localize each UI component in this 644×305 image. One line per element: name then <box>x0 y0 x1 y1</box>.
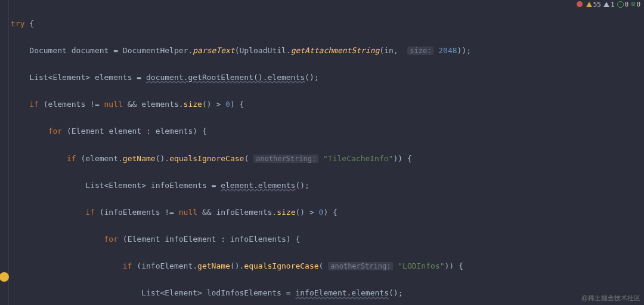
person-icon: ☺ <box>631 1 635 8</box>
code-editor[interactable]: 55 1 0 ☺ 0 try { Document document = Doc… <box>0 0 644 305</box>
typo-status[interactable]: 0 <box>617 1 629 8</box>
code-line[interactable]: for (Element infoElement : infoElements)… <box>11 233 642 247</box>
error-icon <box>577 1 583 7</box>
code-line[interactable]: for (Element element : elements) { <box>11 125 642 138</box>
warning-status[interactable]: 55 <box>586 1 601 8</box>
watermark: @稀土掘金技术社区 <box>581 294 640 303</box>
warning-count: 55 <box>593 1 601 8</box>
parameter-hint: size: <box>407 47 434 55</box>
code-line[interactable]: if (element.getName().equalsIgnoreCase( … <box>11 152 642 166</box>
editor-gutter <box>0 0 9 305</box>
code-line[interactable]: if (infoElements != null && infoElements… <box>11 206 642 220</box>
code-line[interactable]: List<Element> elements = document.getRoo… <box>11 71 642 85</box>
inspection-status-bar[interactable]: 55 1 0 ☺ 0 <box>577 0 640 8</box>
code-line[interactable]: List<Element> infoElements = element.ele… <box>11 179 642 193</box>
parameter-hint: anotherString: <box>328 262 393 270</box>
code-line[interactable]: if (infoElement.getName().equalsIgnoreCa… <box>11 260 642 273</box>
weak-warning-icon <box>603 2 609 7</box>
reader-status[interactable]: ☺ 0 <box>631 1 640 8</box>
error-status[interactable] <box>577 1 584 7</box>
green-circle-icon <box>617 1 624 8</box>
warning-icon <box>586 2 592 7</box>
code-line[interactable]: List<Element> lodInfosElements = infoEle… <box>11 286 642 300</box>
weak-warning-status[interactable]: 1 <box>603 1 615 8</box>
parameter-hint: anotherString: <box>253 155 318 163</box>
code-line[interactable]: if (elements != null && elements.size() … <box>11 98 642 112</box>
person-count: 0 <box>636 1 640 8</box>
green-count: 0 <box>625 1 629 8</box>
code-line[interactable]: Document document = DocumentHelper.parse… <box>11 44 642 58</box>
code-area[interactable]: try { Document document = DocumentHelper… <box>11 4 642 305</box>
code-line[interactable]: try { <box>11 17 642 31</box>
weak-warning-count: 1 <box>611 1 615 8</box>
